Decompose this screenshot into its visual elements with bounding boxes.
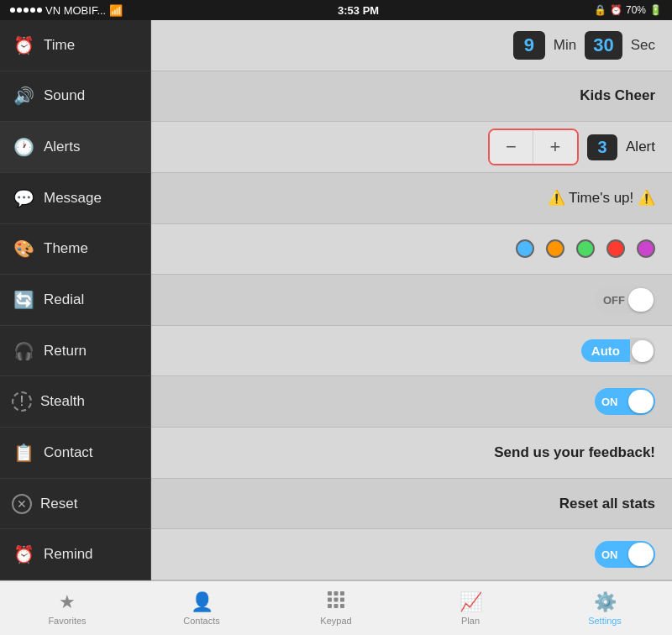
remind-toggle-text: ON (601, 548, 618, 561)
return-thumb-container (630, 338, 655, 365)
sidebar-item-alerts[interactable]: 🕐 Alerts (0, 122, 150, 173)
time-sec-label: Sec (631, 37, 655, 54)
time-min-label: Min (554, 37, 576, 54)
settings-icon: ⚙️ (594, 591, 617, 613)
sidebar-label-stealth: Stealth (40, 393, 85, 410)
tab-contacts[interactable]: 👤 Contacts (134, 581, 269, 635)
settings-label: Settings (588, 616, 622, 626)
stealth-toggle-text: ON (601, 396, 618, 408)
sidebar-label-message: Message (44, 190, 102, 207)
sidebar-item-redial[interactable]: 🔄 Redial (0, 275, 150, 326)
tab-settings[interactable]: ⚙️ Settings (538, 581, 672, 635)
remind-icon: ⏰ (12, 543, 35, 566)
alerts-icon: 🕐 (12, 135, 35, 159)
sidebar-item-return[interactable]: 🎧 Return (0, 326, 150, 377)
svg-rect-7 (340, 598, 344, 602)
contact-value[interactable]: Send us your feedback! (494, 444, 655, 461)
contacts-label: Contacts (183, 616, 219, 626)
redial-toggle[interactable]: OFF (595, 286, 655, 313)
return-toggle[interactable]: Auto (581, 338, 655, 365)
sidebar-item-contact[interactable]: 📋 Contact (0, 428, 150, 479)
carrier-label: VN MOBIF... (45, 4, 106, 17)
alerts-controls: − + 3 Alert (488, 129, 655, 165)
signal-dots (10, 8, 42, 13)
sidebar-label-redial: Redial (44, 291, 84, 308)
return-auto-badge: Auto (581, 339, 630, 362)
svg-rect-3 (334, 591, 339, 596)
remind-row: ON (151, 529, 672, 580)
theme-icon: 🎨 (12, 237, 35, 260)
sidebar-label-sound: Sound (44, 87, 85, 104)
sound-value: Kids Cheer (580, 87, 655, 104)
redial-toggle-thumb (628, 288, 654, 312)
return-icon: 🎧 (12, 339, 35, 363)
theme-dots (516, 239, 655, 258)
status-right: 🔒 ⏰ 70% 🔋 (594, 4, 662, 16)
keypad-icon (327, 590, 345, 613)
stealth-toggle[interactable]: ON (595, 388, 655, 415)
sidebar-label-time: Time (44, 37, 75, 54)
color-dot-blue[interactable] (516, 239, 534, 258)
theme-row (151, 224, 672, 276)
signal-dot-5 (37, 8, 42, 13)
signal-dot-2 (17, 8, 22, 13)
minus-plus-container: − + (488, 129, 579, 165)
wifi-icon: 📶 (109, 4, 123, 17)
reset-value[interactable]: Reset all stats (559, 496, 655, 512)
favorites-icon: ★ (59, 591, 76, 613)
sidebar-label-contact: Contact (44, 444, 93, 461)
alert-count-badge: 3 (587, 134, 617, 160)
sidebar-item-reset[interactable]: ✕ Reset (0, 479, 150, 530)
keypad-label: Keypad (320, 616, 351, 626)
remind-toggle[interactable]: ON (595, 541, 655, 568)
time-icon: ⏰ (12, 34, 35, 57)
sidebar: ⏰ Time 🔊 Sound 🕐 Alerts 💬 Message 🎨 Them… (0, 20, 151, 580)
sidebar-item-remind[interactable]: ⏰ Remind (0, 529, 150, 580)
remind-toggle-thumb (628, 543, 654, 566)
signal-dot-3 (24, 8, 29, 13)
contact-icon: 📋 (12, 441, 35, 464)
sidebar-item-time[interactable]: ⏰ Time (0, 20, 150, 71)
sound-row: Kids Cheer (151, 71, 672, 123)
decrement-alerts-button[interactable]: − (490, 130, 533, 164)
time-sec-badge[interactable]: 30 (585, 31, 622, 60)
alerts-row: − + 3 Alert (151, 122, 672, 173)
sidebar-label-remind: Remind (44, 546, 93, 563)
svg-rect-10 (340, 604, 344, 608)
plan-icon: 📈 (459, 591, 482, 613)
redial-icon: 🔄 (12, 288, 35, 312)
svg-rect-2 (328, 591, 332, 596)
reset-row: Reset all stats (151, 479, 672, 530)
color-dot-purple[interactable] (637, 239, 655, 258)
svg-rect-5 (328, 598, 332, 602)
plan-label: Plan (461, 616, 480, 626)
status-left: VN MOBIF... 📶 (10, 4, 123, 17)
sidebar-item-sound[interactable]: 🔊 Sound (0, 71, 150, 123)
tab-plan[interactable]: 📈 Plan (403, 581, 538, 635)
stealth-icon: ! (12, 391, 32, 412)
time-min-badge[interactable]: 9 (513, 31, 545, 60)
sidebar-item-message[interactable]: 💬 Message (0, 173, 150, 224)
increment-alerts-button[interactable]: + (533, 130, 577, 164)
tab-favorites[interactable]: ★ Favorites (0, 581, 134, 635)
sidebar-item-stealth[interactable]: ! Stealth (0, 376, 150, 428)
return-row: Auto (151, 326, 672, 377)
time-row: 9 Min 30 Sec (151, 20, 672, 71)
tab-bar: ★ Favorites 👤 Contacts Keypad 📈 Plan ⚙️ … (0, 580, 672, 635)
color-dot-green[interactable] (576, 239, 595, 258)
sidebar-label-theme: Theme (44, 240, 88, 257)
svg-rect-6 (334, 598, 339, 602)
sidebar-label-alerts: Alerts (44, 139, 80, 155)
redial-row: OFF (151, 275, 672, 326)
color-dot-orange[interactable] (546, 239, 564, 258)
time-controls: 9 Min 30 Sec (513, 31, 655, 60)
tab-keypad[interactable]: Keypad (269, 581, 403, 635)
sidebar-item-theme[interactable]: 🎨 Theme (0, 224, 150, 276)
svg-rect-9 (334, 604, 339, 608)
message-value: ⚠️ Time's up! ⚠️ (548, 189, 655, 207)
battery-label: 70% (626, 4, 646, 16)
color-dot-red[interactable] (606, 239, 625, 258)
reset-icon: ✕ (12, 494, 32, 514)
signal-dot-4 (30, 8, 35, 13)
sound-icon: 🔊 (12, 84, 35, 108)
